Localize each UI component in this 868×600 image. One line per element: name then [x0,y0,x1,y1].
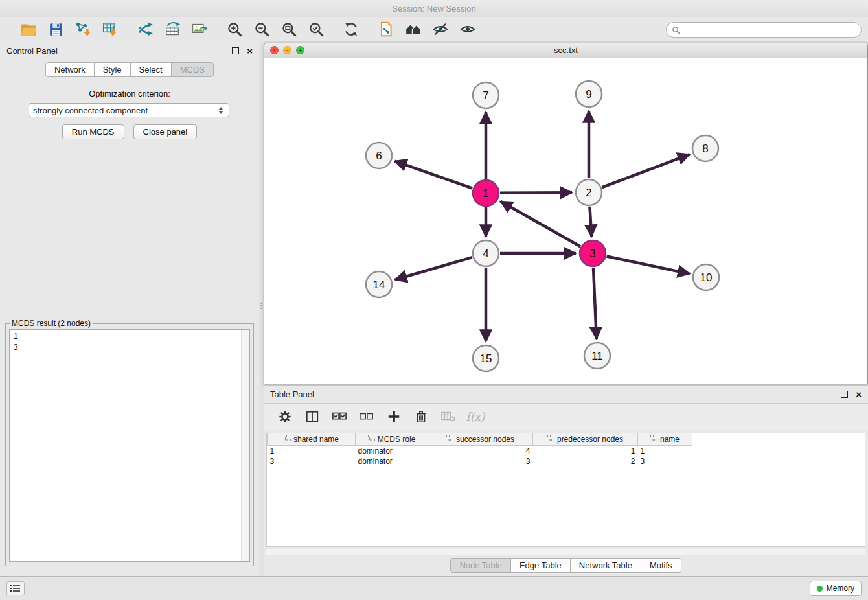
node-table-container[interactable]: shared nameMCDS rolesuccessor nodesprede… [266,433,865,547]
column-header-predecessor-nodes[interactable]: predecessor nodes [533,433,638,446]
zoom-fit-button[interactable] [279,19,299,39]
table-cell[interactable]: 3 [268,456,356,467]
network-canvas[interactable]: 7968124314101511 [264,58,867,384]
graph-node-8[interactable]: 8 [692,135,718,161]
network-graph[interactable]: 7968124314101511 [264,58,867,384]
show-column-button[interactable] [304,408,321,425]
delete-table-button[interactable] [440,408,457,425]
zoom-out-button[interactable] [251,19,272,39]
save-session-button[interactable] [45,19,66,39]
graph-edge-3-1[interactable] [501,202,580,246]
network-from-table-button[interactable] [162,19,183,39]
graph-node-15[interactable]: 15 [473,345,499,371]
zoom-in-button[interactable] [224,19,245,39]
graph-node-11[interactable]: 11 [584,343,610,369]
show-all-button[interactable] [457,19,478,39]
table-tab-motifs[interactable]: Motifs [641,558,681,573]
table-cell[interactable]: 4 [428,446,533,457]
table-cell[interactable]: 2 [533,456,638,467]
table-toolbar: f(x) [264,403,868,430]
graph-node-3[interactable]: 3 [580,240,606,266]
function-builder-button[interactable]: f(x) [467,408,484,425]
table-cell[interactable]: 1 [533,446,638,457]
table-tab-edge-table[interactable]: Edge Table [510,558,571,573]
status-bar: Memory [0,576,868,600]
mcds-buttons-row: Run MCDS Close panel [0,124,259,139]
float-panel-icon[interactable] [232,47,239,54]
maximize-window-icon[interactable]: + [296,46,304,54]
mcds-result-list[interactable]: 13 [9,329,250,562]
close-table-panel-icon[interactable]: × [856,389,862,399]
refresh-view-button[interactable] [341,19,361,39]
graph-node-10[interactable]: 10 [693,264,719,290]
table-tab-node-table[interactable]: Node Table [450,558,511,573]
network-window-title: scc.txt [264,43,867,58]
copy-view-button[interactable] [376,19,396,39]
table-tab-network-table[interactable]: Network Table [570,558,641,573]
panel-splitter[interactable]: ••• [259,41,264,577]
add-row-button[interactable] [385,408,402,425]
table-cell[interactable]: 3 [638,456,692,467]
graph-node-9[interactable]: 9 [576,81,602,107]
task-history-button[interactable] [6,581,25,595]
zoom-fit-icon [280,21,297,38]
graph-node-6[interactable]: 6 [366,143,392,168]
float-table-panel-icon[interactable] [841,391,848,398]
table-settings-button[interactable] [277,408,293,425]
criterion-dropdown[interactable]: strongly connected component [29,103,229,117]
export-image-button[interactable] [189,19,210,39]
graph-node-2[interactable]: 2 [576,179,602,205]
column-header-successor-nodes[interactable]: successor nodes [428,433,533,446]
graph-edge-1-2[interactable] [500,192,572,193]
graph-edge-3-11[interactable] [593,268,597,339]
graph-edge-1-6[interactable] [395,161,473,189]
graph-edge-2-8[interactable] [602,154,690,187]
table-hscrollbar[interactable] [266,549,865,555]
deselect-all-button[interactable] [358,408,375,425]
select-all-button[interactable] [331,408,348,425]
import-table-button[interactable] [100,19,120,39]
tab-select[interactable]: Select [130,62,172,77]
close-panel-icon[interactable]: × [247,46,253,56]
graph-edge-4-14[interactable] [395,257,472,280]
minimize-window-icon[interactable]: − [283,46,291,54]
graph-node-4[interactable]: 4 [473,240,499,266]
result-scrollbar[interactable] [241,330,249,561]
tab-mcds[interactable]: MCDS [171,62,214,77]
open-session-button[interactable] [18,19,39,39]
import-network-button[interactable] [73,19,93,39]
tab-network[interactable]: Network [45,62,95,77]
table-panel-header: Table Panel × [264,386,868,402]
column-header-name[interactable]: name [638,433,692,446]
search-icon [672,26,680,34]
column-header-mcds-role[interactable]: MCDS role [356,433,428,446]
run-mcds-button[interactable]: Run MCDS [62,124,124,139]
table-cell[interactable]: 1 [638,446,692,457]
memory-button[interactable]: Memory [810,581,862,596]
graph-edge-2-3[interactable] [589,207,591,237]
network-window-titlebar[interactable]: × − + scc.txt [264,43,867,58]
graph-node-7[interactable]: 7 [473,82,499,108]
search-input[interactable] [683,23,861,36]
table-cell[interactable]: 1 [268,446,356,457]
table-cell[interactable]: 3 [428,456,533,467]
graph-node-label: 2 [586,187,591,199]
network-tools-button[interactable] [135,19,155,39]
graph-node-1[interactable]: 1 [473,180,499,206]
tab-style[interactable]: Style [94,62,131,77]
close-mcds-panel-button[interactable]: Close panel [133,124,198,139]
home-button[interactable] [403,19,424,39]
hide-selected-button[interactable] [430,19,451,39]
table-row[interactable]: 3dominator323 [268,456,692,467]
table-row[interactable]: 1dominator411 [268,446,692,457]
zoom-selected-button[interactable] [306,19,326,39]
graph-node-14[interactable]: 14 [366,271,392,297]
table-cell[interactable]: dominator [356,446,428,457]
delete-row-button[interactable] [413,408,429,425]
table-cell[interactable]: dominator [356,456,428,467]
column-header-icon [547,435,554,444]
graph-edge-3-10[interactable] [607,257,690,274]
close-window-icon[interactable]: × [270,46,279,54]
search-box[interactable] [666,22,862,38]
column-header-shared-name[interactable]: shared name [268,433,356,446]
